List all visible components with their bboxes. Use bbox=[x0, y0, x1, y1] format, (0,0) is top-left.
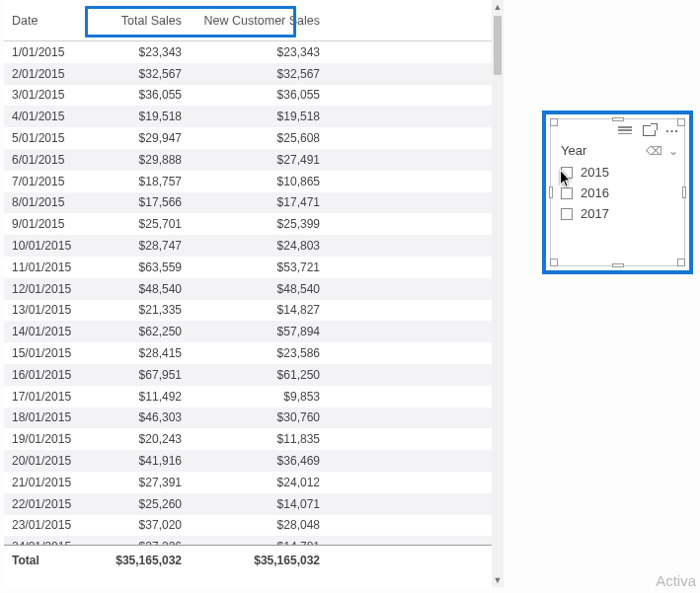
table-row[interactable]: 5/01/2015$29,947$25,608 bbox=[4, 127, 504, 149]
cell-total-sales: $48,540 bbox=[83, 282, 190, 296]
cell-total-sales: $46,303 bbox=[83, 410, 190, 424]
table-body[interactable]: 1/01/2015$23,343$23,3432/01/2015$32,567$… bbox=[4, 41, 504, 545]
slicer-highlight-box: ··· Year ⌫ ⌄ 201520162017 bbox=[542, 111, 693, 274]
column-header-new-customer-sales[interactable]: New Customer Sales bbox=[190, 0, 328, 40]
table-row[interactable]: 12/01/2015$48,540$48,540 bbox=[4, 278, 504, 300]
checkbox[interactable] bbox=[561, 208, 573, 220]
cell-date: 11/01/2015 bbox=[4, 260, 83, 274]
chevron-down-icon[interactable]: ⌄ bbox=[668, 144, 678, 158]
table-row[interactable]: 18/01/2015$46,303$30,760 bbox=[4, 408, 504, 429]
cell-date: 9/01/2015 bbox=[4, 217, 83, 231]
table-scrollbar[interactable]: ▲ ▼ bbox=[492, 0, 504, 587]
slicer-item[interactable]: 2016 bbox=[561, 183, 678, 203]
table-row[interactable]: 13/01/2015$21,335$14,827 bbox=[4, 300, 504, 322]
table-row[interactable]: 8/01/2015$17,566$17,471 bbox=[4, 192, 504, 214]
cell-new-customer-sales: $32,567 bbox=[190, 67, 328, 81]
cell-new-customer-sales: $53,721 bbox=[190, 260, 328, 274]
cell-total-sales: $29,947 bbox=[83, 131, 190, 145]
resize-handle[interactable] bbox=[549, 186, 553, 198]
column-header-date[interactable]: Date bbox=[4, 0, 83, 40]
table-row[interactable]: 4/01/2015$19,518$19,518 bbox=[4, 106, 504, 127]
cell-date: 24/01/2015 bbox=[4, 540, 83, 545]
table-row[interactable]: 1/01/2015$23,343$23,343 bbox=[4, 41, 504, 63]
cell-total-sales: $41,916 bbox=[83, 454, 190, 468]
resize-handle[interactable] bbox=[612, 263, 624, 267]
slicer-item-label: 2015 bbox=[581, 165, 609, 180]
table-row[interactable]: 23/01/2015$37,020$28,048 bbox=[4, 515, 504, 537]
focus-mode-icon[interactable] bbox=[641, 123, 657, 137]
table-row[interactable]: 16/01/2015$67,951$61,250 bbox=[4, 364, 504, 386]
cell-total-sales: $18,757 bbox=[83, 175, 190, 188]
cell-total-sales: $29,888 bbox=[83, 153, 190, 167]
scroll-up-button[interactable]: ▲ bbox=[492, 0, 504, 14]
cell-date: 6/01/2015 bbox=[4, 153, 83, 167]
table-row[interactable]: 17/01/2015$11,492$9,853 bbox=[4, 386, 504, 408]
cell-total-sales: $19,518 bbox=[83, 110, 190, 123]
cell-date: 19/01/2015 bbox=[4, 432, 83, 446]
cell-date: 17/01/2015 bbox=[4, 390, 83, 404]
scroll-down-button[interactable]: ▼ bbox=[492, 573, 504, 587]
cell-date: 18/01/2015 bbox=[4, 410, 83, 424]
cell-total-sales: $21,335 bbox=[83, 303, 190, 317]
slicer-item[interactable]: 2015 bbox=[561, 162, 678, 183]
cell-new-customer-sales: $14,071 bbox=[190, 497, 328, 511]
table-row[interactable]: 21/01/2015$27,391$24,012 bbox=[4, 472, 504, 493]
cell-new-customer-sales: $27,491 bbox=[190, 153, 328, 167]
cell-total-sales: $37,336 bbox=[83, 540, 190, 545]
resize-handle[interactable] bbox=[550, 118, 558, 126]
footer-label: Total bbox=[4, 554, 83, 567]
cell-new-customer-sales: $36,055 bbox=[190, 88, 328, 102]
cell-date: 10/01/2015 bbox=[4, 239, 83, 253]
table-row[interactable]: 19/01/2015$20,243$11,835 bbox=[4, 428, 504, 450]
cell-date: 2/01/2015 bbox=[4, 67, 83, 81]
cell-total-sales: $37,020 bbox=[83, 518, 190, 532]
cell-new-customer-sales: $30,760 bbox=[190, 410, 328, 424]
checkbox[interactable] bbox=[561, 167, 573, 179]
checkbox[interactable] bbox=[561, 187, 573, 199]
table-row[interactable]: 11/01/2015$63,559$53,721 bbox=[4, 257, 504, 278]
table-row[interactable]: 9/01/2015$25,701$25,399 bbox=[4, 213, 504, 235]
cell-date: 5/01/2015 bbox=[4, 131, 83, 145]
cell-new-customer-sales: $36,469 bbox=[190, 454, 328, 468]
resize-handle[interactable] bbox=[612, 117, 624, 121]
cell-date: 1/01/2015 bbox=[4, 45, 83, 59]
scroll-thumb[interactable] bbox=[494, 16, 502, 75]
resize-handle[interactable] bbox=[550, 259, 558, 266]
table-row[interactable]: 7/01/2015$18,757$10,865 bbox=[4, 171, 504, 192]
resize-handle[interactable] bbox=[677, 118, 685, 126]
resize-handle[interactable] bbox=[682, 186, 686, 198]
table-row[interactable]: 24/01/2015$37,336$14,701 bbox=[4, 536, 504, 545]
clear-selections-icon[interactable]: ⌫ bbox=[646, 144, 662, 158]
cell-date: 3/01/2015 bbox=[4, 88, 83, 102]
column-header-total-sales[interactable]: Total Sales bbox=[83, 0, 190, 40]
cell-new-customer-sales: $23,343 bbox=[190, 45, 328, 59]
table-visual[interactable]: Date Total Sales New Customer Sales 1/01… bbox=[4, 0, 504, 587]
cell-date: 15/01/2015 bbox=[4, 346, 83, 360]
slicer-toolbar: ··· bbox=[551, 119, 684, 139]
table-row[interactable]: 20/01/2015$41,916$36,469 bbox=[4, 450, 504, 472]
table-row[interactable]: 10/01/2015$28,747$24,803 bbox=[4, 235, 504, 257]
cell-new-customer-sales: $28,048 bbox=[190, 518, 328, 532]
cell-total-sales: $67,951 bbox=[83, 368, 190, 382]
table-row[interactable]: 3/01/2015$36,055$36,055 bbox=[4, 85, 504, 107]
slicer-item-label: 2016 bbox=[581, 185, 609, 200]
resize-handle[interactable] bbox=[677, 259, 685, 266]
cell-date: 12/01/2015 bbox=[4, 282, 83, 296]
cell-new-customer-sales: $17,471 bbox=[190, 195, 328, 209]
table-row[interactable]: 2/01/2015$32,567$32,567 bbox=[4, 63, 504, 85]
table-footer-row: Total $35,165,032 $35,165,032 bbox=[4, 545, 504, 574]
year-slicer[interactable]: ··· Year ⌫ ⌄ 201520162017 bbox=[550, 118, 685, 266]
table-row[interactable]: 14/01/2015$62,250$57,894 bbox=[4, 321, 504, 342]
cell-date: 21/01/2015 bbox=[4, 476, 83, 489]
cell-new-customer-sales: $19,518 bbox=[190, 110, 328, 123]
slicer-item[interactable]: 2017 bbox=[561, 203, 678, 224]
table-row[interactable]: 22/01/2015$25,260$14,071 bbox=[4, 493, 504, 515]
slicer-item-label: 2017 bbox=[581, 206, 609, 221]
drag-grip-icon[interactable] bbox=[617, 123, 633, 137]
cell-new-customer-sales: $24,012 bbox=[190, 476, 328, 489]
cell-date: 7/01/2015 bbox=[4, 175, 83, 188]
table-row[interactable]: 6/01/2015$29,888$27,491 bbox=[4, 149, 504, 171]
table-row[interactable]: 15/01/2015$28,415$23,586 bbox=[4, 342, 504, 364]
cell-total-sales: $20,243 bbox=[83, 432, 190, 446]
cell-total-sales: $27,391 bbox=[83, 476, 190, 489]
